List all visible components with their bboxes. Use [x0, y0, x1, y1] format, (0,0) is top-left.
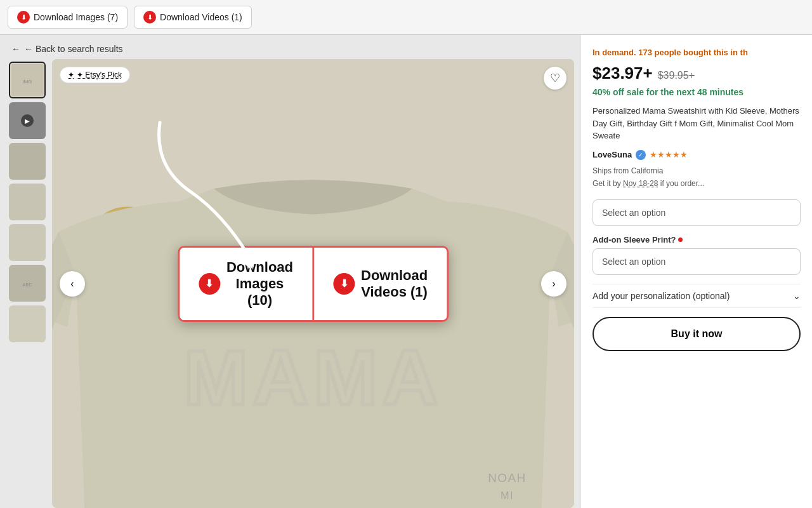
delivery-date: Nov 18-28	[623, 179, 658, 188]
buy-now-label: Buy it now	[671, 328, 723, 339]
current-price: $23.97+	[593, 64, 653, 83]
product-details-panel: In demand. 173 people bought this in th …	[580, 35, 812, 508]
thumbnail-3[interactable]	[9, 184, 46, 220]
select-option-1-section: Select an option	[593, 199, 801, 226]
download-overlay: ⬇ Download Images (10) ⬇ Download Videos…	[178, 246, 449, 322]
verified-icon: ✓	[636, 150, 646, 160]
select-option-2-section: Add-on Sleeve Print? Select an option	[593, 235, 801, 275]
next-image-button[interactable]: ›	[541, 271, 566, 297]
select-option-2-label: Add-on Sleeve Print?	[593, 235, 801, 244]
in-demand-text: In demand. 173 people bought this in th	[593, 48, 801, 57]
buy-now-button[interactable]: Buy it now	[593, 317, 801, 351]
previous-image-button[interactable]: ‹	[60, 271, 85, 297]
download-images-toolbar-label: Download Images (7)	[34, 12, 118, 22]
download-images-icon-large: ⬇	[199, 273, 220, 295]
personalization-toggle[interactable]: Add your personalization (optional) ⌄	[593, 284, 801, 308]
download-videos-toolbar-label: Download Videos (1)	[160, 12, 242, 22]
ships-from: Ships from California	[593, 166, 801, 175]
play-icon: ▶	[21, 114, 34, 127]
shop-row: LoveSuna ✓ ★★★★★	[593, 150, 801, 160]
etsy-pick-icon: ✦	[68, 70, 74, 79]
download-videos-icon-large: ⬇	[333, 273, 355, 295]
thumbnail-strip: IMG ▶	[6, 59, 52, 508]
back-link-label: ← Back to search results	[24, 44, 123, 54]
main-image-container: MAMA NOAH MI ✦ ✦ Etsy's Pick ♡ ‹	[52, 59, 574, 508]
svg-rect-2	[11, 145, 43, 177]
svg-text:NOAH: NOAH	[488, 471, 526, 485]
download-icon-sm: ⬇	[17, 11, 30, 23]
svg-text:MAMA: MAMA	[184, 334, 443, 421]
image-section: IMG ▶	[0, 59, 580, 508]
etsy-pick-badge: ✦ ✦ Etsy's Pick	[60, 67, 130, 83]
main-product-image: MAMA NOAH MI ✦ ✦ Etsy's Pick ♡ ‹	[52, 59, 574, 508]
sale-text: 40% off sale for the next 48 minutes	[593, 87, 801, 97]
thumbnail-6[interactable]	[9, 305, 46, 342]
svg-rect-7	[11, 308, 43, 340]
svg-rect-4	[11, 227, 43, 258]
download-video-icon-sm: ⬇	[143, 11, 156, 23]
chevron-down-icon: ⌄	[793, 291, 801, 301]
favorite-heart-button[interactable]: ♡	[544, 67, 566, 90]
thumbnail-5[interactable]: ABC	[9, 265, 46, 302]
download-videos-overlay-button[interactable]: ⬇ Download Videos (1)	[314, 248, 447, 320]
product-area: ← ← Back to search results IMG ▶	[0, 35, 580, 508]
svg-text:IMG: IMG	[22, 79, 32, 84]
download-videos-overlay-label: Download Videos (1)	[361, 267, 428, 300]
back-to-search-link[interactable]: ← ← Back to search results	[0, 35, 580, 59]
svg-text:MI: MI	[501, 490, 514, 501]
back-arrow-icon: ←	[11, 44, 20, 54]
thumbnail-1[interactable]: IMG	[9, 62, 46, 98]
thumbnail-video[interactable]: ▶	[9, 102, 46, 139]
required-indicator	[678, 237, 683, 242]
price-row: $23.97+ $39.95+	[593, 64, 801, 83]
svg-rect-3	[11, 186, 43, 218]
delivery-estimate: Get it by Nov 18-28 if you order...	[593, 179, 801, 188]
svg-text:ABC: ABC	[23, 283, 32, 287]
download-images-overlay-button[interactable]: ⬇ Download Images (10)	[180, 248, 314, 320]
download-videos-toolbar-button[interactable]: ⬇ Download Videos (1)	[134, 6, 252, 29]
toolbar: ⬇ Download Images (7) ⬇ Download Videos …	[0, 0, 812, 35]
personalization-label: Add your personalization (optional)	[593, 291, 730, 301]
download-images-overlay-label: Download Images (10)	[226, 259, 293, 309]
main-content: ← ← Back to search results IMG ▶	[0, 35, 812, 508]
shop-name[interactable]: LoveSuna	[593, 150, 632, 159]
etsy-pick-label: ✦ Etsy's Pick	[77, 70, 122, 79]
star-rating: ★★★★★	[650, 150, 688, 159]
select-option-2-dropdown[interactable]: Select an option	[593, 248, 801, 275]
download-images-toolbar-button[interactable]: ⬇ Download Images (7)	[8, 6, 128, 29]
original-price: $39.95+	[658, 70, 695, 81]
select-option-1-dropdown[interactable]: Select an option	[593, 199, 801, 226]
thumbnail-4[interactable]	[9, 224, 46, 261]
thumbnail-2[interactable]	[9, 143, 46, 180]
product-description: Personalized Mama Sweatshirt with Kid Sl…	[593, 105, 801, 142]
